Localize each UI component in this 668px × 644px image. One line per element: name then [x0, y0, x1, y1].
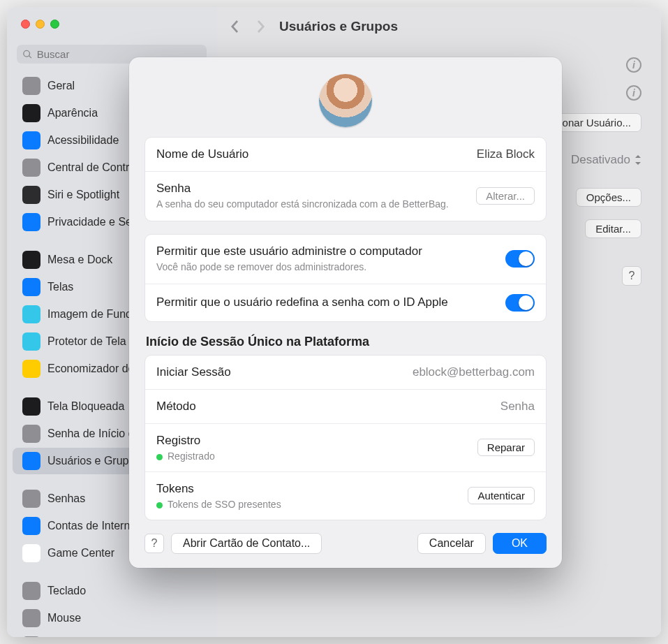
help-button[interactable]: ? — [144, 534, 164, 553]
sidebar-item-label: Mouse — [47, 612, 81, 624]
sidebar-item-label: Telas — [47, 281, 73, 293]
info-icon[interactable]: i — [626, 85, 641, 101]
sidebar-item-icon — [22, 251, 40, 269]
close-window-button[interactable] — [21, 20, 30, 29]
reset-appleid-toggle[interactable] — [505, 294, 535, 312]
password-subtext: A senha do seu computador está sincroniz… — [156, 198, 449, 211]
info-icon[interactable]: i — [626, 57, 641, 73]
sidebar-item-icon — [22, 397, 40, 416]
sidebar-item-icon — [22, 360, 40, 378]
system-settings-window: GeralAparênciaAcessibilidadeCentral de C… — [7, 7, 661, 637]
admin-toggle[interactable] — [505, 250, 535, 268]
sidebar-item-icon — [22, 425, 40, 443]
sidebar-item-label: Protetor de Tela — [47, 335, 126, 348]
open-contact-card-button[interactable]: Abrir Cartão de Contato... — [171, 533, 322, 554]
search-icon — [22, 49, 33, 60]
sidebar-item-label: Siri e Spotlight — [47, 189, 119, 201]
change-password-button[interactable]: Alterar... — [476, 187, 535, 205]
ok-button[interactable]: OK — [493, 533, 547, 554]
help-button[interactable]: ? — [622, 266, 641, 286]
sidebar-item-icon — [22, 186, 40, 204]
sidebar-item[interactable]: Impressoras e Scanners — [13, 632, 211, 637]
window-controls — [21, 20, 59, 29]
sidebar-item-label: Aparência — [47, 107, 98, 119]
registry-status: Registrado — [168, 451, 215, 462]
sidebar-item-label: Teclado — [47, 585, 86, 597]
username-label: Nome de Usuário — [156, 147, 248, 161]
sidebar-item-icon — [22, 582, 40, 600]
minimize-window-button[interactable] — [36, 20, 45, 29]
reset-appleid-label: Permitir que o usuário redefina a senha … — [156, 295, 497, 309]
sso-section-title: Início de Sessão Único na Plataforma — [146, 335, 545, 349]
status-dot-icon — [156, 454, 163, 460]
tokens-label: Tokens — [156, 482, 281, 496]
sidebar-item-label: Contas de Internet — [47, 520, 140, 532]
tokens-status: Tokens de SSO presentes — [168, 499, 281, 510]
sidebar-item-icon — [22, 636, 40, 637]
sidebar-item-icon — [22, 278, 40, 296]
sidebar-item[interactable]: Mouse — [13, 605, 211, 631]
options-button[interactable]: Opções... — [576, 188, 641, 207]
sidebar-item-icon — [22, 544, 40, 562]
sidebar-item-icon — [22, 517, 40, 535]
zoom-window-button[interactable] — [50, 20, 59, 29]
autologin-select[interactable]: Desativado — [571, 153, 641, 167]
sidebar-item-label: Senhas — [47, 492, 85, 505]
cancel-button[interactable]: Cancelar — [417, 533, 486, 554]
password-label: Senha — [156, 182, 449, 196]
toolbar: Usuários e Grupos — [216, 7, 661, 46]
admin-subtext: Você não pode se remover dos administrad… — [156, 261, 497, 274]
sidebar-item-icon — [22, 213, 40, 231]
permissions-group: Permitir que este usuário administre o c… — [144, 234, 547, 322]
method-value: Senha — [500, 400, 535, 414]
sidebar-item-label: Game Center — [47, 547, 114, 559]
chevron-updown-icon — [634, 155, 641, 165]
user-detail-sheet: Nome de Usuário Eliza Block Senha A senh… — [129, 57, 562, 568]
sidebar-item[interactable]: Teclado — [13, 578, 211, 604]
sidebar-item-icon — [22, 131, 40, 149]
sidebar-item-label: Mesa e Dock — [47, 254, 112, 266]
sidebar-item-label: Geral — [47, 80, 75, 92]
back-button[interactable] — [229, 18, 240, 35]
identity-group: Nome de Usuário Eliza Block Senha A senh… — [144, 137, 547, 221]
sidebar-item-label: Imagem de Fundo — [47, 308, 138, 321]
signin-value: eblock@betterbag.com — [413, 365, 535, 379]
sidebar-item-icon — [22, 609, 40, 627]
sidebar-item-icon — [22, 159, 40, 177]
sidebar-item-icon — [22, 332, 40, 351]
user-avatar[interactable] — [319, 74, 372, 127]
sidebar-item-label: Usuários e Grupos — [47, 455, 140, 467]
sso-group: Iniciar Sessão eblock@betterbag.com Méto… — [144, 355, 547, 520]
sidebar-item-icon — [22, 77, 40, 95]
sidebar-item-icon — [22, 104, 40, 122]
forward-button[interactable] — [255, 18, 267, 35]
sidebar-item-label: Tela Bloqueada — [47, 400, 124, 413]
registry-label: Registro — [156, 434, 215, 448]
sheet-footer: ? Abrir Cartão de Contato... Cancelar OK — [144, 533, 547, 554]
sidebar-item-icon — [22, 305, 40, 323]
sidebar-item-label: Acessibilidade — [47, 134, 119, 147]
edit-button[interactable]: Editar... — [585, 219, 641, 238]
sidebar-item-icon — [22, 490, 40, 508]
status-dot-icon — [156, 502, 163, 508]
method-label: Método — [156, 400, 196, 414]
signin-label: Iniciar Sessão — [156, 365, 231, 379]
admin-label: Permitir que este usuário administre o c… — [156, 244, 497, 258]
repair-button[interactable]: Reparar — [477, 439, 535, 456]
sidebar-item-icon — [22, 452, 40, 470]
page-title: Usuários e Grupos — [279, 19, 398, 34]
username-value: Eliza Block — [477, 147, 535, 161]
authenticate-button[interactable]: Autenticar — [468, 487, 535, 504]
